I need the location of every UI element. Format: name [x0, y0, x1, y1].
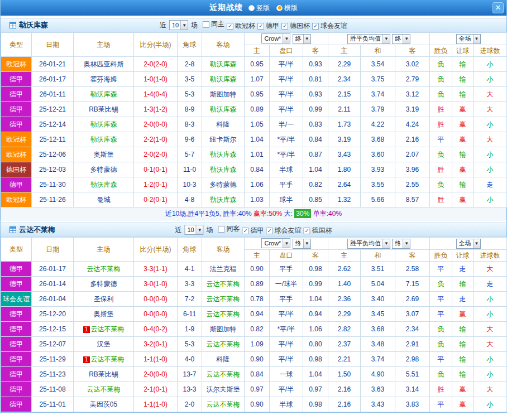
col-score: 比分(半场) [134, 238, 178, 262]
result-handicap: 赢 [452, 397, 473, 412]
result-goals: 大 [473, 337, 507, 352]
league-badge: 德甲 [1, 72, 32, 87]
odds-handicap: 平/半 [270, 307, 303, 322]
result-goals: 小 [473, 117, 507, 132]
view-option-horizontal[interactable]: 横版 [276, 3, 298, 13]
odds-home: 0.84 [245, 367, 270, 382]
filter-option-德甲[interactable]: 德甲 [257, 21, 279, 31]
avg-home: 2.29 [328, 57, 361, 72]
summary-part: 30% [294, 209, 311, 218]
checkbox-icon[interactable] [266, 228, 273, 234]
odds-final-select[interactable]: 终▼ [293, 34, 311, 44]
result-handicap: 输 [452, 367, 473, 382]
filter-option-label: 德国杯 [290, 21, 310, 31]
match-count-select[interactable]: 10 ▼ [184, 225, 203, 235]
odds-away: 0.99 [303, 277, 328, 292]
filter-option-德国杯[interactable]: 德国杯 [281, 21, 310, 31]
chevron-down-icon: ▼ [403, 239, 410, 248]
odds-handicap: 半球 [270, 397, 303, 412]
team-name: 美因茨05 [90, 400, 117, 408]
odds-away: 0.80 [303, 337, 328, 352]
team-name: 多特蒙德 [210, 181, 237, 189]
team-name-label: 勒沃库森 [19, 20, 48, 30]
away-team-cell: 科隆 [202, 117, 245, 132]
filter-option-欧冠杯[interactable]: 欧冠杯 [227, 21, 255, 31]
team-name: 勒沃库森 [90, 90, 117, 98]
match-row: 德甲25-12-151云达不莱梅0-4(0-2)1-9斯图加特0.82*平/半1… [1, 322, 507, 337]
col-avg-away: 客 [395, 250, 430, 262]
match-row: 德国杯25-12-03多特蒙德0-1(0-1)11-0勒沃库森0.84半球1.0… [1, 162, 507, 177]
filter-option-同主[interactable]: 同主 [203, 20, 224, 29]
avg-select[interactable]: 胜平负均值▼ [347, 34, 390, 44]
score: 1-4(0-4) [134, 87, 178, 102]
radio-icon[interactable] [276, 5, 283, 11]
checkbox-icon[interactable] [304, 228, 310, 234]
scope-select[interactable]: 全场▼ [456, 34, 481, 44]
checkbox-icon[interactable] [227, 23, 233, 30]
odds-company-select[interactable]: Crow*▼ [261, 238, 290, 248]
avg-home: 2.34 [328, 72, 361, 87]
avg-select[interactable]: 胜平负均值▼ [347, 239, 390, 249]
odds-header: Crow*▼ 终▼ [245, 238, 328, 250]
odds-home: 0.95 [245, 87, 270, 102]
result-handicap: 输 [452, 337, 473, 352]
away-team-cell: 沃尔夫斯堡 [202, 382, 245, 397]
filter-option-德甲[interactable]: 德甲 [242, 226, 264, 235]
home-team-cell: 勒沃库森 [74, 132, 134, 147]
radio-icon[interactable] [248, 5, 255, 11]
checkbox-icon[interactable] [281, 23, 288, 30]
result-outcome: 负 [430, 147, 452, 162]
result-outcome: 胜 [430, 162, 452, 177]
result-outcome: 平 [430, 352, 452, 367]
team-name: 云达不莱梅 [91, 325, 125, 333]
match-row: 德甲25-12-14勒沃库森2-0(0-0)8-3科隆1.05半/一0.831.… [1, 117, 507, 132]
team-name: 勒沃库森 [210, 151, 237, 158]
odds-away: 0.98 [303, 262, 328, 277]
match-row: 德甲25-12-20奥斯堡0-0(0-0)6-11云达不莱梅0.94平/半0.9… [1, 307, 507, 322]
avg-home: 1.73 [328, 117, 361, 132]
odds-home: 1.01 [245, 147, 270, 162]
scope-select[interactable]: 全场▼ [456, 239, 481, 249]
filter-bar: 近 10 ▼ 场 同主欧冠杯德甲德国杯球会友谊 [160, 20, 347, 31]
score: 0-0(0-0) [134, 307, 178, 322]
score: 2-0(2-0) [134, 57, 178, 72]
avg-home: 2.29 [328, 307, 361, 322]
col-result-goals: 进球数 [473, 250, 507, 262]
checkbox-icon[interactable] [257, 23, 264, 30]
filter-option-球会友谊[interactable]: 球会友谊 [266, 226, 302, 235]
odds-company-select[interactable]: Crow*▼ [261, 33, 290, 44]
checkbox-icon[interactable] [203, 21, 209, 28]
match-row: 德甲26-01-17云达不莱梅3-3(1-1)4-1法兰克福0.90平手0.98… [1, 262, 507, 277]
filter-prefix-label: 近 [160, 21, 166, 30]
checkbox-icon[interactable] [218, 226, 225, 233]
filter-option-同客[interactable]: 同客 [218, 224, 240, 234]
avg-final-select[interactable]: 终▼ [392, 239, 410, 249]
close-button[interactable]: ✕ [492, 2, 504, 13]
team-title: 勒沃库森 [9, 20, 48, 30]
checkbox-icon[interactable] [312, 23, 319, 30]
match-date: 25-12-15 [32, 322, 74, 337]
avg-home: 2.11 [328, 102, 361, 117]
match-count-select[interactable]: 10 ▼ [169, 20, 188, 30]
chevron-down-icon: ▼ [283, 239, 290, 248]
checkbox-icon[interactable] [242, 228, 249, 234]
team-section-header: 勒沃库森 近 10 ▼ 场 同主欧冠杯德甲德国杯球会友谊 [1, 18, 506, 32]
odds-away: 0.94 [303, 307, 328, 322]
result-outcome: 平 [430, 262, 452, 277]
view-option-vertical[interactable]: 竖版 [248, 3, 270, 13]
team-name: 科隆 [217, 355, 230, 363]
odds-away: 0.99 [303, 102, 328, 117]
match-date: 25-11-29 [32, 352, 74, 367]
result-outcome: 胜 [430, 192, 452, 207]
result-outcome: 负 [430, 87, 452, 102]
score: 2-0(0-0) [134, 367, 178, 382]
avg-away: 2.55 [395, 177, 430, 192]
odds-final-select[interactable]: 终▼ [293, 239, 311, 249]
filter-option-球会友谊[interactable]: 球会友谊 [312, 21, 347, 31]
avg-final-select[interactable]: 终▼ [392, 34, 410, 44]
filter-option-label: 德甲 [266, 21, 279, 31]
result-goals: 大 [473, 87, 507, 102]
team-name: 奥斯堡 [94, 310, 114, 318]
filter-option-德国杯[interactable]: 德国杯 [304, 226, 332, 235]
result-handicap: 赢 [452, 382, 473, 397]
